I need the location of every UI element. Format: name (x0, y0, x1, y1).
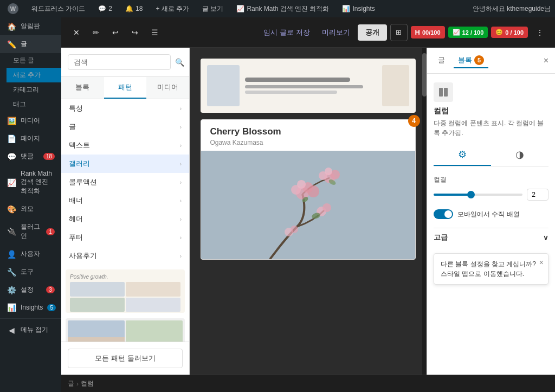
sidebar-item-appearance[interactable]: 🎨 외모 (0, 200, 61, 218)
sidebar-item-rank-math[interactable]: 📈 Rank Math 검색 엔진 최적화 (0, 165, 61, 200)
canvas-block-cherry[interactable]: 4 Cherry Blossom Ogawa Kazumasa (201, 119, 415, 260)
block-category-features[interactable]: 특성 › (61, 99, 189, 118)
right-panel-tab-post[interactable]: 글 (434, 53, 449, 68)
block-category-gallery[interactable]: 갤러리 › (61, 155, 189, 173)
tab-patterns[interactable]: 패턴 (104, 77, 147, 99)
columns-slider[interactable] (434, 194, 522, 196)
block-category-testimonials[interactable]: 사용후기 › (61, 247, 189, 265)
columns-input[interactable]: 2 (527, 189, 548, 201)
publish-button[interactable]: 공개 (358, 24, 387, 41)
sidebar-item-media[interactable]: 🖼️ 미디어 (0, 112, 61, 130)
sidebar-item-add-new[interactable]: 새로 추가 (7, 68, 61, 82)
sidebar-item-users[interactable]: 👤 사용자 (0, 245, 61, 263)
breadcrumb-bar: 글 › 컬럼 (61, 375, 555, 392)
sidebar-item-all-posts[interactable]: 모든 글 (7, 53, 61, 68)
wp-logo[interactable]: W (4, 0, 22, 17)
sidebar-item-tags[interactable]: 태그 (7, 97, 61, 112)
preview-button[interactable]: 미리보기 (318, 25, 354, 40)
comments-badge: 18 (43, 153, 55, 160)
readability-icon: 😊 (495, 29, 503, 36)
block-category-footer[interactable]: 푸터 › (61, 228, 189, 247)
toggle-thumb (444, 210, 452, 218)
redo-button[interactable]: ↪ (126, 24, 144, 41)
breadcrumb-part2[interactable]: 컬럼 (81, 379, 94, 388)
svg-point-4 (297, 180, 306, 189)
sidebar-item-plugins[interactable]: 🔌 플러그인 1 (0, 218, 61, 245)
sidebar-item-insights[interactable]: 📊 Insights 5 (0, 299, 61, 316)
style-tab[interactable]: ◑ (491, 144, 548, 166)
rank-math-icon: 📈 (236, 5, 244, 12)
slider-thumb[interactable] (467, 191, 475, 198)
slider-fill (434, 194, 469, 196)
sidebar-item-categories[interactable]: 카테고리 (7, 82, 61, 97)
cherry-title: Cherry Blossom (210, 126, 406, 137)
toast-notification: 다른 블록 설정을 찾고 계십니까? 스타일 맵으로 이동했습니다. × (434, 253, 548, 285)
right-panel-close-button[interactable]: × (544, 56, 548, 66)
block-panel-list: 특성 › 글 › 텍스트 › 갤러리 › (61, 99, 189, 342)
sidebar: 🏠 알림판 ✏️ 글 모든 글 새로 추가 카테고리 태그 🖼️ 미디어 (0, 17, 61, 392)
save-draft-button[interactable]: 임시 글로 저장 (259, 25, 314, 40)
seo-score-badge[interactable]: 📈 12 / 100 (448, 27, 488, 38)
pencil-button[interactable]: ✏ (87, 24, 105, 41)
block-search-input[interactable] (68, 54, 171, 70)
view-posts-link[interactable]: 글 보기 (199, 0, 227, 17)
canvas-block-1[interactable] (201, 59, 415, 113)
scrollbar[interactable] (422, 48, 427, 375)
mobile-label: 모바일에서 수직 배열 (457, 210, 520, 219)
sidebar-item-dashboard[interactable]: 🏠 알림판 (0, 17, 61, 35)
sidebar-item-comments[interactable]: 💬 댓글 18 (0, 147, 61, 165)
svg-point-11 (322, 203, 331, 212)
tools-icon: 🔧 (7, 268, 16, 277)
tab-blocks[interactable]: 블록 (61, 77, 104, 99)
block-type-desc: 다중 컬럼에 폰텐츠 표시. 각 컬럼에 블록 추가됨. (434, 118, 548, 138)
sidebar-item-collapse[interactable]: ◀ 메뉴 접기 (0, 321, 61, 339)
more-options-button[interactable]: ⋮ (531, 24, 548, 41)
sidebar-item-posts[interactable]: ✏️ 글 (0, 35, 61, 53)
tab-media[interactable]: 미디어 (146, 77, 189, 99)
settings-tab[interactable]: ⚙ (434, 144, 491, 166)
block-panel-footer: 모든 패턴 둘러보기 (61, 342, 189, 375)
search-icon: 🔍 (175, 58, 184, 67)
rank-math-score-badge[interactable]: H 00/100 (411, 26, 445, 38)
layout-toggle-button[interactable]: ⊞ (390, 24, 408, 41)
close-button[interactable]: ✕ (68, 24, 85, 41)
block-category-posts[interactable]: 글 › (61, 118, 189, 136)
updates-link[interactable]: 🔔 18 (122, 0, 146, 17)
sidebar-item-settings[interactable]: ⚙️ 설정 3 (0, 281, 61, 299)
insights-link[interactable]: 📊 Insights (339, 0, 378, 17)
breadcrumb-part1[interactable]: 글 (68, 379, 74, 388)
chevron-right-icon-active: › (180, 161, 182, 167)
toast-close-button[interactable]: × (539, 257, 544, 268)
pattern-thumb-1[interactable]: Positive growth. (66, 269, 185, 313)
posts-icon: ✏️ (7, 40, 16, 49)
pattern-gallery-previews: Positive growth. (61, 265, 189, 342)
readability-badge[interactable]: 😊 0 / 100 (491, 27, 528, 38)
chevron-right-icon: › (180, 235, 182, 241)
sidebar-posts-submenu: 모든 글 새로 추가 카테고리 태그 (0, 53, 61, 112)
comments-link[interactable]: 💬 2 (95, 0, 115, 17)
site-name[interactable]: 워드프레스 가이드 (28, 0, 88, 17)
update-icon: 🔔 (125, 5, 133, 12)
right-panel-header: 글 블록 5 × (427, 48, 555, 74)
right-panel-tab-blocks[interactable]: 블록 5 (454, 53, 488, 68)
block-category-header[interactable]: 헤더 › (61, 210, 189, 228)
main-layout: 🏠 알림판 ✏️ 글 모든 글 새로 추가 카테고리 태그 🖼️ 미디어 (0, 17, 555, 392)
mobile-toggle[interactable] (434, 209, 453, 219)
block-type-title: 컬럼 (434, 106, 548, 116)
settings-badge: 3 (46, 286, 55, 293)
scroll-thumb[interactable] (422, 53, 427, 97)
sidebar-item-tools[interactable]: 🔧 도구 (0, 263, 61, 281)
view-all-patterns-button[interactable]: 모든 패턴 둘러보기 (68, 349, 183, 368)
rank-math-link[interactable]: 📈 Rank Math 검색 엔진 최적화 (233, 0, 332, 17)
advanced-section[interactable]: 고급 ∨ (434, 228, 548, 247)
canvas-area[interactable]: 4 Cherry Blossom Ogawa Kazumasa (190, 48, 427, 375)
list-view-button[interactable]: ☰ (146, 24, 163, 41)
undo-button[interactable]: ↩ (107, 24, 124, 41)
block-category-cta[interactable]: 콜루액션 › (61, 173, 189, 191)
pattern-thumb-2[interactable] (66, 318, 185, 342)
block-category-text[interactable]: 텍스트 › (61, 136, 189, 155)
new-post-link[interactable]: + 새로 추가 (152, 0, 192, 17)
block-category-banner[interactable]: 배너 › (61, 191, 189, 210)
sidebar-item-pages[interactable]: 📄 페이지 (0, 130, 61, 147)
mobile-toggle-row: 모바일에서 수직 배열 (434, 209, 548, 219)
